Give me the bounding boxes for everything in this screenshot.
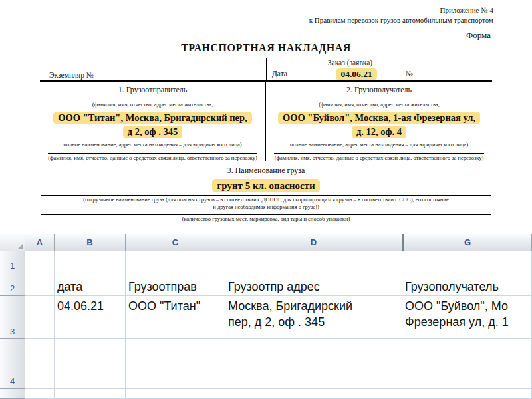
waybill-form: Экземпляр № Заказ (заявка) Дата 04.06.21… — [40, 58, 492, 222]
row-header-3[interactable]: 3 — [0, 296, 25, 339]
column-header-g[interactable]: G — [402, 234, 532, 251]
consignor-caption-bottom: (фамилия, имя, отчество, данные о средст… — [40, 154, 265, 161]
cell-c5[interactable] — [126, 389, 225, 399]
cell-d5[interactable] — [225, 389, 402, 399]
consignee-value-line1: ООО "Буйвол", Москва, 1-ая Фрезерная ул, — [278, 112, 480, 124]
cell-a4[interactable] — [25, 339, 55, 389]
cell-c2[interactable]: Грузоотправ — [126, 273, 225, 296]
row-header-2[interactable]: 2 — [0, 273, 25, 296]
annex-line-2: к Правилам перевозок грузов автомобильны… — [0, 15, 493, 25]
cell-d4[interactable] — [225, 339, 402, 389]
column-header-b[interactable]: B — [55, 234, 126, 251]
consignor-value: ООО "Титан", Москва, Бригадирский пер, д… — [40, 110, 265, 138]
cell-d3-line2: пер, д 2, оф . 345 — [228, 314, 399, 330]
annex-line-1: Приложение № 4 — [0, 5, 493, 15]
waybill-document: Приложение № 4 к Правилам перевозок груз… — [0, 0, 532, 234]
column-header-d[interactable]: D — [225, 234, 402, 251]
select-all-cell[interactable] — [0, 234, 25, 251]
consignee-title: 2. Грузополучатель — [266, 82, 492, 100]
row-header-1[interactable]: 1 — [0, 251, 25, 273]
cell-d3-line1: Москва, Бригадирский — [228, 298, 399, 314]
consignor-caption-top: (фамилия, имя, отчество, адрес места жит… — [40, 100, 265, 108]
cell-a3[interactable] — [25, 296, 55, 339]
cell-g5[interactable] — [402, 389, 532, 399]
cargo-section: 3. Наименование груза грунт 5 кл. опасно… — [40, 166, 492, 222]
date-label: Дата — [267, 70, 313, 78]
cell-a2[interactable] — [25, 273, 55, 296]
cell-c3[interactable]: ООО "Титан" — [126, 296, 225, 339]
consignor-title: 1. Грузоотправитель — [40, 82, 265, 100]
form-header-row: Экземпляр № Заказ (заявка) Дата 04.06.21… — [40, 58, 492, 82]
cell-a1[interactable] — [25, 251, 55, 273]
column-header-a[interactable]: A — [25, 234, 55, 251]
cell-c4[interactable] — [126, 339, 225, 389]
cell-d2[interactable]: Грузоотпр адрес — [225, 273, 402, 296]
row-header-4[interactable]: 4 — [0, 339, 25, 389]
consignee-caption-bottom: (фамилия, имя, отчество, данные о средст… — [266, 154, 492, 161]
cell-b5[interactable] — [55, 389, 126, 399]
cell-d3[interactable]: Москва, Бригадирский пер, д 2, оф . 345 — [225, 296, 402, 339]
consignee-value: ООО "Буйвол", Москва, 1-ая Фрезерная ул,… — [266, 110, 492, 138]
date-row: Дата 04.06.21 № — [267, 67, 492, 80]
cell-g4[interactable] — [402, 339, 532, 389]
document-title: ТРАНСПОРТНАЯ НАКЛАДНАЯ — [0, 42, 532, 54]
consignee-caption-mid: полное наименование, адрес места нахожде… — [266, 140, 492, 148]
cell-b1[interactable] — [55, 251, 126, 273]
spreadsheet: A B C D G 1 2 дата Грузоотправ Грузоотпр… — [0, 234, 532, 399]
cell-d1[interactable] — [225, 251, 402, 273]
cell-g1[interactable] — [402, 251, 532, 273]
cell-g3[interactable]: ООО "Буйвол", Мо Фрезерная ул, д. 1 — [402, 296, 532, 339]
column-header-c[interactable]: C — [126, 234, 225, 251]
consignor-value-line1: ООО "Титан", Москва, Бригадирский пер, — [53, 112, 251, 124]
date-value-highlight: 04.06.21 — [336, 68, 376, 80]
cargo-title: 3. Наименование груза — [40, 166, 492, 176]
cell-a5[interactable] — [25, 389, 55, 399]
cargo-caption-line2: и другая необходимая информация о грузе)… — [40, 203, 492, 210]
cargo-caption-line1: (отгрузочное наименование груза (для опа… — [40, 196, 492, 203]
consignee-column: 2. Грузополучатель (фамилия, имя, отчест… — [266, 82, 492, 161]
order-section: Заказ (заявка) Дата 04.06.21 № — [266, 58, 492, 80]
cargo-value-highlight: грунт 5 кл. опасности — [212, 179, 319, 192]
cell-c1[interactable] — [126, 251, 225, 273]
copy-number-label: Экземпляр № — [40, 58, 266, 80]
consignee-caption-top: (фамилия, имя, отчество, адрес места жит… — [266, 100, 492, 108]
form-label: Форма — [0, 30, 491, 41]
parties-section: 1. Грузоотправитель (фамилия, имя, отчес… — [40, 82, 492, 161]
date-value-wrap: 04.06.21 — [313, 68, 400, 80]
order-number-label: № — [400, 67, 492, 80]
order-label: Заказ (заявка) — [267, 58, 434, 67]
select-all-triangle-icon — [17, 243, 23, 249]
cell-g2[interactable]: Грузополучатель — [402, 273, 532, 296]
cell-g3-line1: ООО "Буйвол", Мо — [405, 298, 529, 314]
cell-b4[interactable] — [55, 339, 126, 389]
row-header-5[interactable] — [0, 389, 25, 399]
cell-b3[interactable]: 04.06.21 — [55, 296, 126, 339]
cell-g3-line2: Фрезерная ул, д. 1 — [405, 314, 529, 330]
consignor-caption-mid: полное наименование, адрес места нахожде… — [40, 140, 265, 148]
packaging-caption: (количество грузовых мест, маркировка, в… — [40, 215, 492, 222]
cell-b2[interactable]: дата — [55, 273, 126, 296]
consignor-value-line2: д 2, оф . 345 — [123, 126, 182, 138]
consignor-column: 1. Грузоотправитель (фамилия, имя, отчес… — [40, 82, 266, 161]
consignee-value-line2: д. 12, оф. 4 — [352, 126, 406, 138]
